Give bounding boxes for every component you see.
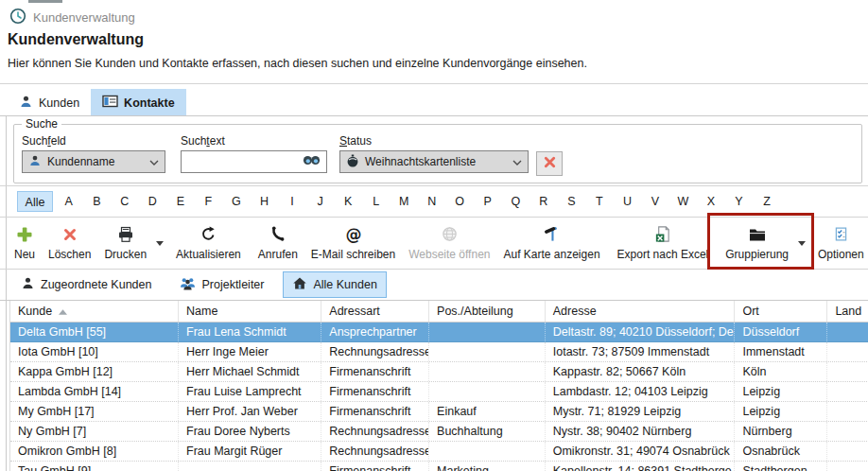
toolbar-button-label: Export nach Excel [617,248,709,261]
table-cell: Rechnungsadresse [321,442,429,461]
optionen-button[interactable]: Optionen [811,218,868,268]
table-cell [827,422,868,441]
column-header-name[interactable]: Name [179,301,321,322]
loeschen-button[interactable]: Löschen [42,218,97,268]
alphabet-filter: ABCDEFGHIJKLMNOPQRSTUVWXYZ [55,191,781,212]
alpha-item-v[interactable]: V [641,191,669,212]
karte-button[interactable]: Auf Karte anzeigen [496,218,606,268]
alpha-item-t[interactable]: T [585,191,614,212]
suchfeld-combobox[interactable]: Kundenname [22,150,165,173]
suchtext-input[interactable] [181,150,327,173]
table-cell: Rechnungsadresse [321,342,429,361]
ornament-icon [346,154,359,170]
aktualisieren-button[interactable]: Aktualisieren [169,218,248,268]
status-combobox[interactable]: Weihnachtskartenliste [339,150,529,173]
gruppierung-button[interactable]: Gruppierung [719,218,807,268]
table-cell: Stadtbergen [735,462,827,471]
toolbar-button-label: Aktualisieren [176,248,241,261]
printer-icon [116,225,135,248]
alpha-item-c[interactable]: C [111,191,139,212]
alpha-item-z[interactable]: Z [753,191,781,212]
alpha-item-m[interactable]: M [390,191,418,212]
alpha-item-b[interactable]: B [83,191,112,212]
column-header-ort[interactable]: Ort [735,301,827,322]
alpha-item-u[interactable]: U [614,191,642,212]
view-tab-projektleiter[interactable]: Projektleiter [170,271,273,298]
drucken-button[interactable]: Drucken [97,218,165,268]
table-cell: Düsseldorf [735,323,827,341]
view-tabs: Zugeordnete KundenProjektleiterAlle Kund… [11,271,387,298]
plus-icon [15,225,34,248]
table-cell [827,442,868,461]
table-row[interactable]: Tau GmbH [9]FirmenanschriftMarketingKape… [10,462,868,471]
alpha-item-alle[interactable]: Alle [17,191,53,212]
red-x-icon [543,155,557,172]
suchfeld-value: Kundenname [47,155,114,168]
table-cell [429,442,546,461]
table-cell: Herr Inge Meier [179,342,321,361]
column-header-posabteilung[interactable]: Pos./Abteilung [429,301,546,322]
tab-kontakte[interactable]: Kontakte [91,89,185,116]
alpha-item-i[interactable]: I [278,191,306,212]
column-header-kunde[interactable]: Kunde [10,301,179,322]
alpha-item-o[interactable]: O [445,191,474,212]
alpha-item-q[interactable]: Q [502,191,530,212]
search-group-label: Suche [22,117,61,131]
alpha-item-w[interactable]: W [669,191,698,212]
table-row[interactable]: Iota GmbH [10]Herr Inge MeierRechnungsad… [10,342,868,362]
toolbar-button-label: Optionen [818,248,864,261]
column-header-adresse[interactable]: Adresse [546,301,736,322]
table-row[interactable]: Omikron GmbH [8]Frau Margit RügerRechnun… [10,442,868,462]
alpha-item-e[interactable]: E [166,191,195,212]
binoculars-icon [303,154,321,169]
alpha-item-l[interactable]: L [362,191,391,212]
excel-button[interactable]: Export nach Excel [611,218,716,268]
webseite-button: Webseite öffnen [402,218,496,268]
breadcrumb[interactable]: Kundenverwaltung [9,8,135,27]
column-header-adressart[interactable]: Adressart [321,301,429,322]
alpha-item-d[interactable]: D [139,191,167,212]
alpha-item-x[interactable]: X [697,191,725,212]
column-header-land[interactable]: Land [827,301,868,322]
toolbar-button-label: Drucken [104,248,147,261]
panel-left-border [6,115,7,471]
kundenverwaltung-window: Kundenverwaltung Kundenverwaltung Hier k… [0,0,868,471]
alpha-item-a[interactable]: A [55,191,83,212]
toolbar-button-label: Neu [14,248,35,261]
table-cell: Iotastr. 73; 87509 Immenstadt [546,342,736,361]
status-label: Status [339,134,529,148]
view-tab-alle-kunden[interactable]: Alle Kunden [283,271,386,298]
toolbar-button-label: Webseite öffnen [408,248,490,261]
neu-button[interactable]: Neu [8,218,42,268]
alpha-item-k[interactable]: K [334,191,362,212]
alpha-item-g[interactable]: G [222,191,251,212]
alpha-item-h[interactable]: H [251,191,279,212]
page-subtitle: Hier können Sie Kunden und Kontakte erfa… [8,57,587,70]
clear-filter-button[interactable] [536,151,563,176]
alpha-item-n[interactable]: N [418,191,446,212]
column-header-label: Land [835,305,861,318]
table-cell: Köln [735,362,827,381]
alpha-item-p[interactable]: P [474,191,502,212]
table-cell [429,323,546,341]
table-row[interactable]: Lambda GmbH [14]Frau Luise LamprechtFirm… [10,382,868,402]
anrufen-button[interactable]: Anrufen [252,218,304,268]
alpha-item-y[interactable]: Y [725,191,754,212]
table-row[interactable]: Delta GmbH [55]Frau Lena SchmidtAnsprech… [10,323,868,342]
alpha-item-f[interactable]: F [195,191,223,212]
toolbar-button-label: E-Mail schreiben [311,248,395,261]
table-row[interactable]: Kappa GmbH [12]Herr Michael SchmidtFirme… [10,362,868,382]
dropdown-arrow-icon[interactable] [153,241,165,246]
alpha-item-s[interactable]: S [558,191,586,212]
alpha-item-j[interactable]: J [306,191,335,212]
person-dark-icon [21,276,35,293]
alpha-item-r[interactable]: R [529,191,558,212]
svg-text:@: @ [345,225,361,244]
table-cell [179,462,321,471]
table-row[interactable]: Ny GmbH [7]Frau Doree NybertsRechnungsad… [10,422,868,442]
table-row[interactable]: My GmbH [17]Herr Prof. Jan WeberFirmenan… [10,402,868,422]
email-button[interactable]: @E-Mail schreiben [304,218,402,268]
view-tab-zugeordnete[interactable]: Zugeordnete Kunden [11,271,161,298]
tab-kunden[interactable]: Kunden [8,89,91,116]
dropdown-arrow-icon[interactable] [795,241,807,246]
